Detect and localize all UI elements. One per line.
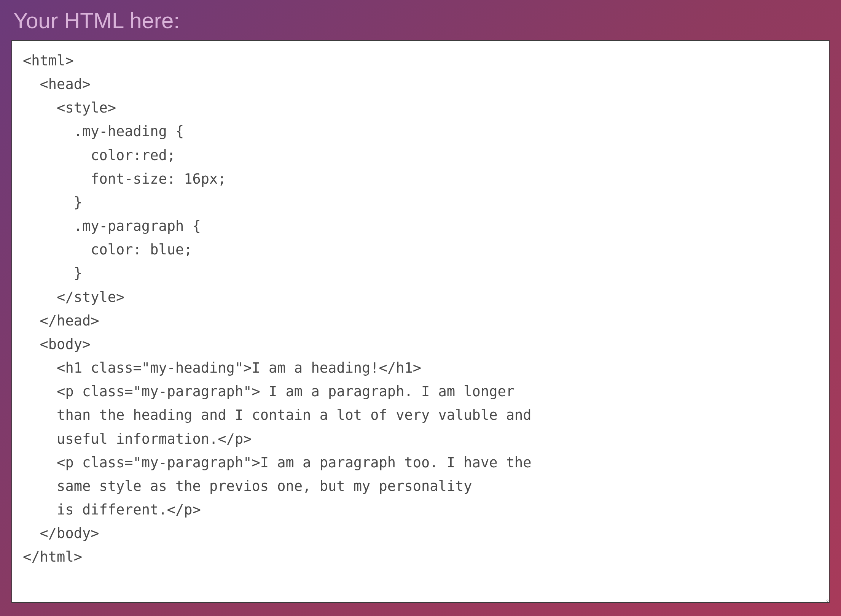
html-code-input[interactable]: [11, 40, 830, 603]
section-title: Your HTML here:: [13, 8, 830, 33]
code-editor-container: [11, 40, 830, 603]
